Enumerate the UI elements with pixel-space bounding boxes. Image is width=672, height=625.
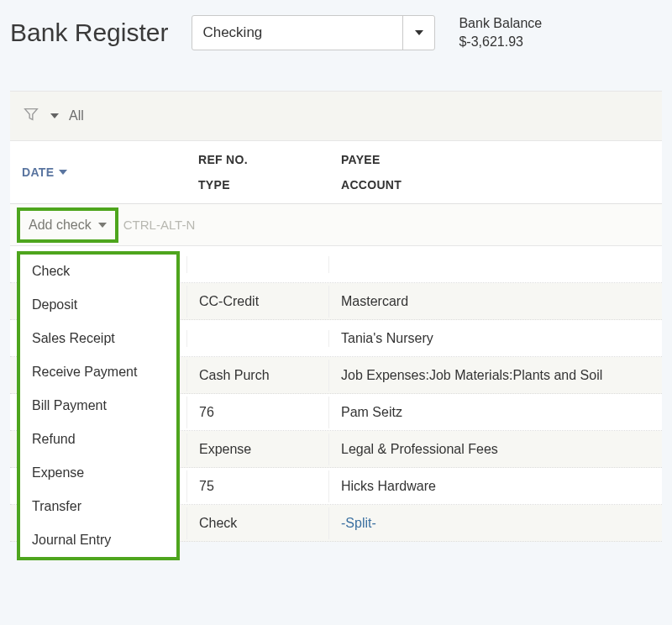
dropdown-item-expense[interactable]: Expense: [20, 456, 176, 490]
dropdown-item-deposit[interactable]: Deposit: [20, 288, 176, 322]
cell-payee: Hicks Hardware: [329, 470, 662, 502]
dropdown-item-check[interactable]: Check: [20, 255, 176, 288]
cell-payee: Legal & Professional Fees: [329, 433, 662, 465]
cell-ref: 75: [186, 470, 329, 502]
add-check-button[interactable]: Add check: [17, 207, 118, 243]
cell-ref: CC-Credit: [186, 286, 329, 318]
dropdown-item-transfer[interactable]: Transfer: [20, 490, 176, 523]
chevron-down-icon: [98, 223, 107, 228]
cell-payee: Tania's Nursery: [329, 323, 662, 355]
table-header: DATE REF NO. TYPE PAYEE ACCOUNT: [10, 141, 662, 204]
add-check-dropdown: Check Deposit Sales Receipt Receive Paym…: [17, 251, 180, 560]
chevron-down-icon: [415, 30, 423, 35]
cell-payee: Mastercard: [329, 286, 662, 318]
dropdown-item-refund[interactable]: Refund: [20, 423, 176, 456]
cell-payee: [329, 256, 662, 273]
dropdown-item-sales-receipt[interactable]: Sales Receipt: [20, 322, 176, 355]
register-table: All DATE REF NO. TYPE PAYEE ACCOUNT Add …: [10, 91, 662, 542]
add-row: Add check CTRL-ALT-N Check Deposit Sales…: [10, 204, 662, 246]
dropdown-item-journal-entry[interactable]: Journal Entry: [20, 523, 176, 557]
column-payee-label: PAYEE: [341, 153, 650, 166]
page-title: Bank Register: [10, 18, 168, 47]
cell-payee: Job Expenses:Job Materials:Plants and So…: [329, 360, 662, 391]
column-account-label: ACCOUNT: [341, 178, 650, 192]
filter-icon[interactable]: [22, 105, 40, 127]
dropdown-item-receive-payment[interactable]: Receive Payment: [20, 355, 176, 389]
filter-bar: All: [10, 92, 662, 141]
dropdown-item-bill-payment[interactable]: Bill Payment: [20, 389, 176, 423]
balance-value: $-3,621.93: [459, 34, 542, 50]
account-select-value: Checking: [192, 16, 402, 50]
cell-payee: Pam Seitz: [329, 397, 662, 428]
chevron-down-icon[interactable]: [50, 113, 59, 118]
balance-block: Bank Balance $-3,621.93: [459, 16, 542, 50]
cell-ref: Expense: [186, 433, 329, 465]
cell-ref: Check: [186, 507, 329, 539]
column-date[interactable]: DATE: [10, 141, 186, 203]
cell-payee-split-link[interactable]: -Split-: [329, 507, 662, 539]
cell-ref: Cash Purch: [186, 360, 329, 391]
cell-ref: [186, 256, 329, 273]
column-ref[interactable]: REF NO. TYPE: [186, 141, 329, 203]
sort-desc-icon: [59, 170, 67, 175]
page-header: Bank Register Checking Bank Balance $-3,…: [0, 0, 672, 66]
column-refno-label: REF NO.: [198, 153, 318, 166]
cell-ref: [186, 330, 329, 347]
account-select[interactable]: Checking: [192, 15, 435, 50]
add-check-label: Add check: [29, 218, 92, 233]
account-select-toggle[interactable]: [402, 16, 434, 50]
filter-label: All: [69, 108, 84, 123]
shortcut-hint: CTRL-ALT-N: [123, 218, 196, 232]
column-type-label: TYPE: [198, 178, 318, 192]
column-payee[interactable]: PAYEE ACCOUNT: [329, 141, 662, 203]
column-date-label: DATE: [22, 165, 54, 179]
balance-label: Bank Balance: [459, 16, 542, 31]
cell-ref: 76: [186, 397, 329, 428]
